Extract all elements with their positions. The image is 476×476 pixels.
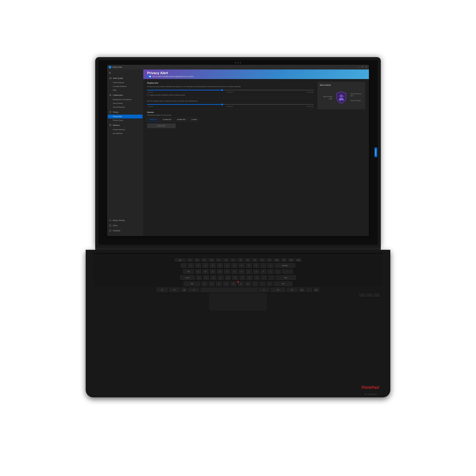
key-enter[interactable]: Enter [275, 275, 296, 280]
key-tab[interactable]: Tab [183, 269, 194, 274]
snooze-action-button[interactable]: SNOOZE [147, 123, 176, 128]
key-period[interactable]: . [259, 281, 266, 286]
key-e[interactable]: E [209, 269, 216, 274]
key-c[interactable]: C [216, 281, 222, 286]
key-quote[interactable]: ' [268, 275, 274, 280]
snooze-5min[interactable]: 5 MINUTES [147, 118, 159, 121]
key-rshift[interactable]: Shift [274, 281, 293, 286]
key-lbracket[interactable]: [ [267, 269, 274, 274]
key-f5[interactable]: F5 [216, 258, 222, 262]
key-home[interactable]: Home [273, 258, 280, 262]
key-9[interactable]: 9 [246, 263, 252, 268]
key-4[interactable]: 4 [209, 263, 216, 268]
key-3[interactable]: 3 [202, 263, 209, 268]
sidebar-item-posture-warning[interactable]: Posture Warning [107, 128, 143, 132]
sidebar-section-collaboration-header[interactable]: Collaboration [107, 93, 143, 98]
sidebar-item-video-enhancer[interactable]: Video Enhancer [107, 81, 143, 85]
slider-track-2[interactable] [147, 104, 314, 105]
key-win[interactable]: ⊞ [181, 287, 187, 292]
key-z[interactable]: Z [201, 281, 208, 286]
key-s[interactable]: S [203, 275, 209, 280]
key-f9[interactable]: F9 [244, 258, 251, 262]
key-ralt[interactable]: Alt [258, 287, 270, 292]
minimize-button[interactable]: — [357, 66, 360, 68]
key-i[interactable]: I [246, 269, 252, 274]
key-f[interactable]: F [218, 275, 224, 280]
trackpoint[interactable] [237, 281, 239, 283]
key-o[interactable]: O [253, 269, 259, 274]
key-q[interactable]: Q [195, 269, 202, 274]
key-r[interactable]: R [217, 269, 223, 274]
key-minus[interactable]: - [260, 263, 267, 268]
key-f4[interactable]: F4 [208, 258, 215, 262]
key-w[interactable]: W [202, 269, 209, 274]
key-rctrl[interactable]: Ctrl [286, 287, 298, 292]
key-pgdn[interactable]: PgDn [313, 287, 320, 292]
key-g[interactable]: G [225, 275, 231, 280]
key-backtick[interactable]: ` [181, 263, 187, 268]
key-5[interactable]: 5 [217, 263, 223, 268]
slider-thumb-2[interactable] [221, 103, 223, 105]
key-f3[interactable]: F3 [201, 258, 207, 262]
slider-track-1[interactable] [147, 90, 314, 90]
snooze-1hour[interactable]: 1 HOUR [189, 118, 199, 121]
key-capslock[interactable]: CapsLock [180, 275, 195, 280]
display-time-slider[interactable]: 1 second 5 seconds 10 seconds [147, 90, 314, 93]
checkbox-row[interactable]: Display the alert notification until the… [147, 94, 314, 96]
onlooker-checkbox[interactable] [147, 94, 149, 96]
key-prtsc[interactable]: PrtSc [270, 287, 286, 292]
key-lctrl[interactable]: Ctrl [169, 287, 180, 292]
sidebar-item-privacy-guard[interactable]: Privacy Guard [107, 119, 143, 122]
sidebar-section-privacy-header[interactable]: Privacy [107, 110, 143, 115]
key-f12[interactable]: F12 [266, 258, 273, 262]
sidebar-item-background-concealment[interactable]: Background Concealment [107, 98, 143, 102]
sidebar-item-virtual-presenter[interactable]: Virtual Presenter [107, 105, 143, 109]
main-toggle[interactable] [147, 75, 151, 78]
key-m[interactable]: M [245, 281, 251, 286]
sidebar-item-auto-framing[interactable]: Auto Framing [107, 102, 143, 105]
key-right[interactable]: → [374, 293, 380, 297]
snooze-30min[interactable]: 30 MINUTES [175, 118, 188, 121]
key-1[interactable]: 1 [188, 263, 194, 268]
key-j[interactable]: J [239, 275, 246, 280]
key-end[interactable]: End [281, 258, 287, 262]
key-7[interactable]: 7 [231, 263, 238, 268]
key-y[interactable]: Y [231, 269, 238, 274]
key-f10[interactable]: F10 [252, 258, 258, 262]
key-f11[interactable]: F11 [259, 258, 265, 262]
menu-icon[interactable]: ☰ [107, 70, 143, 75]
key-pgup[interactable]: PgUp [299, 287, 305, 292]
sidebar-item-hdr[interactable]: HDR [107, 88, 143, 92]
key-lalt[interactable]: Alt [188, 287, 200, 292]
key-u[interactable]: U [238, 269, 245, 274]
key-d[interactable]: D [210, 275, 217, 280]
sidebar-item-about[interactable]: About [107, 223, 143, 228]
sidebar-item-lowlight[interactable]: Low-light Enhancer [107, 85, 143, 88]
key-2[interactable]: 2 [195, 263, 202, 268]
key-insert[interactable]: Insert [288, 258, 294, 262]
key-b[interactable]: B [230, 281, 237, 286]
key-6[interactable]: 6 [224, 263, 230, 268]
snooze-15min[interactable]: 15 MINUTES [160, 118, 173, 121]
close-button[interactable]: ✕ [365, 66, 367, 68]
sidebar-item-feedback[interactable]: Feedback [107, 228, 143, 233]
key-up[interactable]: ↑ [306, 287, 312, 292]
sidebar-item-privacy-alert[interactable]: Privacy Alert [108, 115, 142, 119]
key-p[interactable]: P [260, 269, 267, 274]
sidebar-section-video-header[interactable]: Video Quality [107, 76, 143, 81]
key-f1[interactable]: F1 [187, 258, 193, 262]
key-comma[interactable]: , [252, 281, 258, 286]
key-t[interactable]: T [224, 269, 230, 274]
key-backspace[interactable]: Backspace [274, 263, 295, 268]
after-onlooker-slider[interactable]: 1 second 5 seconds 10 seconds [147, 104, 314, 107]
key-0[interactable]: 0 [253, 263, 259, 268]
key-space[interactable] [200, 287, 257, 292]
slider-thumb-1[interactable] [221, 89, 223, 91]
key-slash[interactable]: / [266, 281, 273, 286]
sidebar-item-eye-wellness[interactable]: Eye Wellness [107, 132, 143, 135]
key-f2[interactable]: F2 [194, 258, 200, 262]
sidebar-item-battery[interactable]: Battery Settings [107, 218, 143, 223]
key-semicolon[interactable]: ; [261, 275, 267, 280]
sidebar-section-wellness-header[interactable]: Wellness [107, 123, 143, 128]
key-fn[interactable]: Fn [156, 287, 168, 292]
